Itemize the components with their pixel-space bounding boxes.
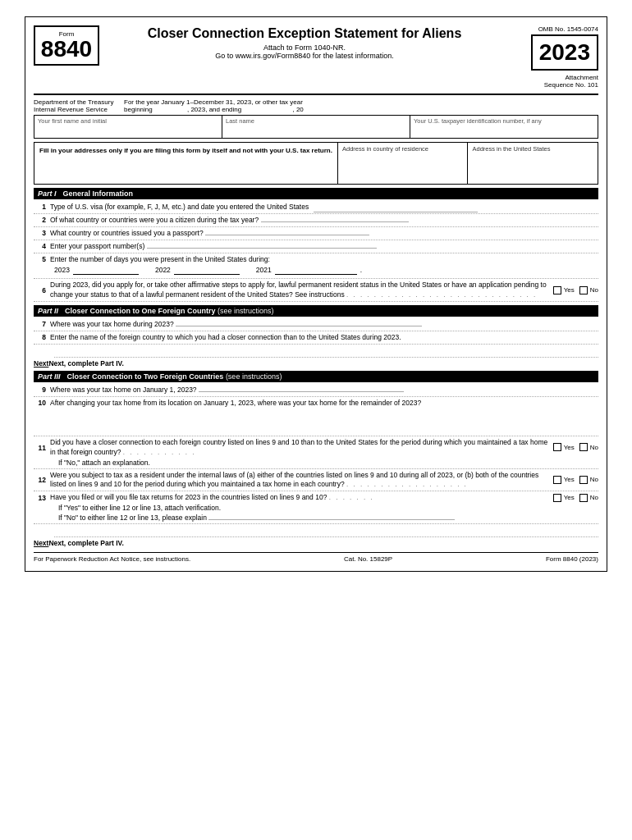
year-2022-input[interactable] (174, 265, 240, 275)
part2-title: Closer Connection to One Foreign Country… (65, 307, 274, 315)
address-row: Address in country of residence Address … (338, 143, 598, 184)
part3-title: Closer Connection to Two Foreign Countri… (67, 372, 282, 381)
line-13-answer: Yes No (553, 494, 598, 502)
first-name-cell: Your first name and initial (34, 116, 222, 138)
address-fields: Address in country of residence Address … (338, 143, 598, 184)
line-8: 8 Enter the name of the foreign country … (34, 331, 598, 345)
line-12-no-checkbox[interactable] (579, 476, 588, 484)
line-1: 1 Type of U.S. visa (for example, F, J, … (34, 201, 598, 214)
form-title: Closer Connection Exception Statement fo… (109, 25, 500, 41)
line-6: 6 During 2023, did you apply for, or tak… (34, 279, 598, 302)
year-fields: 2023 2022 2021 . (34, 265, 362, 275)
part2-header: Part II Closer Connection to One Foreign… (34, 305, 598, 317)
year-info: For the year January 1–December 31, 2023… (124, 98, 598, 113)
form-subtitle: Attach to Form 1040-NR. (109, 43, 500, 52)
line-11-sub: If "No," attach an explanation. (34, 458, 150, 468)
form-header: Form 8840 Closer Connection Exception St… (34, 25, 598, 95)
part1-label: Part I (38, 189, 57, 198)
form-footer: For Paperwork Reduction Act Notice, see … (34, 552, 598, 563)
last-name-cell: Last name (222, 116, 410, 138)
line-10: 10 After changing your tax home from its… (34, 397, 598, 436)
dept-info: Department of the Treasury Internal Reve… (34, 98, 124, 113)
line-8-answer-space (54, 345, 598, 358)
line-12-answer: Yes No (553, 476, 598, 484)
line-4: 4 Enter your passport number(s) (34, 240, 598, 253)
line-6-answer: Yes No (553, 286, 598, 294)
part3-header: Part III Closer Connection to Two Foreig… (34, 371, 598, 382)
line-7: 7 Where was your tax home during 2023? (34, 318, 598, 331)
line-11-yes-checkbox[interactable] (553, 443, 561, 451)
year-2023-input[interactable] (73, 265, 139, 275)
line-13: 13 Have you filed or will you file tax r… (34, 491, 598, 524)
header-right: OMB No. 1545-0074 2023 Attachment Sequen… (500, 25, 598, 89)
address-section: Fill in your addresses only if you are f… (34, 142, 598, 185)
line-13-extra-space (54, 526, 598, 537)
tin-cell: Your U.S. taxpayer identification number… (410, 116, 598, 138)
tax-year-row: Department of the Treasury Internal Reve… (34, 98, 598, 113)
line-12-yes-checkbox[interactable] (553, 476, 561, 484)
form-number: 8840 (40, 38, 93, 61)
form-link: Go to www.irs.gov/Form8840 for the lates… (109, 52, 500, 60)
line-9: 9 Where was your tax home on January 1, … (34, 384, 598, 397)
cat-number: Cat. No. 15829P (344, 555, 392, 563)
omb-number: OMB No. 1545-0074 (500, 25, 598, 33)
line-13-sub1: If "Yes" to either line 12 or line 13, a… (34, 503, 221, 513)
line-13-sub2: If "No" to either line 12 or line 13, pl… (34, 513, 455, 523)
header-center: Closer Connection Exception Statement fo… (109, 25, 500, 60)
year-2021-input[interactable] (275, 265, 357, 275)
line-5: 5 Enter the number of days you were pres… (34, 253, 598, 280)
part1-header: Part I General Information (34, 188, 598, 199)
line-6-no-checkbox[interactable] (579, 286, 588, 294)
name-row: Your first name and initial Last name Yo… (34, 115, 598, 139)
attachment-text: Attachment Sequence No. 101 (500, 74, 598, 89)
line-3: 3 What country or countries issued you a… (34, 227, 598, 240)
us-address-cell: Address in the United States (468, 143, 598, 184)
line-11-no-checkbox[interactable] (579, 443, 588, 451)
form-number-box: Form 8840 (34, 25, 99, 66)
part1-title: General Information (63, 189, 134, 198)
line-13-yes-checkbox[interactable] (553, 494, 561, 502)
line-6-yes-checkbox[interactable] (553, 286, 561, 294)
line-11: 11 Did you have a closer connection to e… (34, 436, 598, 469)
form-page: Form 8840 Closer Connection Exception St… (25, 16, 607, 572)
country-address-cell: Address in country of residence (338, 143, 469, 184)
year-box: 2023 (531, 34, 598, 71)
form-ref: Form 8840 (2023) (546, 555, 598, 563)
part2-next: NextNext, complete Part IV. (34, 359, 598, 368)
line-2: 2 Of what country or countries were you … (34, 214, 598, 227)
part3-next: NextNext, complete Part IV. (34, 539, 598, 547)
line-12: 12 Were you subject to tax as a resident… (34, 469, 598, 492)
line-11-answer: Yes No (553, 443, 598, 451)
part3-label: Part III (38, 372, 61, 381)
paperwork-notice: For Paperwork Reduction Act Notice, see … (34, 555, 190, 563)
line-13-no-checkbox[interactable] (579, 494, 588, 502)
part2-label: Part II (38, 307, 58, 315)
address-instruction: Fill in your addresses only if you are f… (34, 143, 338, 184)
